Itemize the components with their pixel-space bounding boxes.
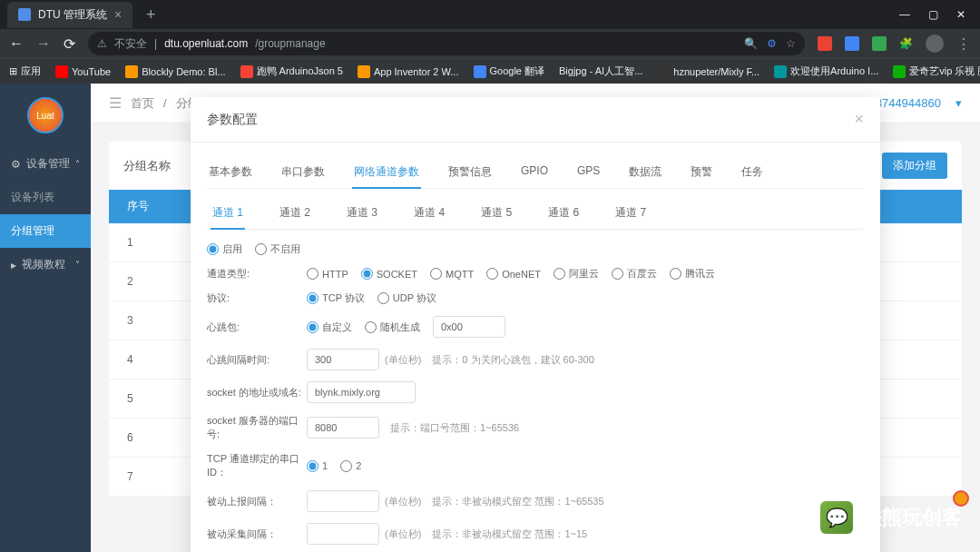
close-window-icon[interactable]: ✕ [956, 8, 965, 21]
bookmark-item[interactable]: Blockly Demo: Bl... [125, 65, 225, 78]
tab-warning[interactable]: 预警信息 [446, 157, 494, 188]
tab-gps[interactable]: GPS [575, 157, 602, 188]
passive-upload-input[interactable] [307, 490, 379, 512]
url-bar[interactable]: ⚠ 不安全 | dtu.openluat.com/groupmanage 🔍 ⚙… [88, 32, 805, 55]
modal-title: 参数配置 [207, 112, 258, 128]
radio-socket[interactable]: SOCKET [361, 268, 417, 280]
heartbeat-hint: 提示：0 为关闭心跳包，建议 60-300 [432, 353, 593, 367]
tab-basic[interactable]: 基本参数 [207, 157, 254, 188]
tab-task[interactable]: 任务 [740, 157, 765, 188]
unit-label: (单位秒) [385, 353, 421, 367]
bookmark-item[interactable]: 欢迎使用Arduino I... [774, 64, 878, 78]
tab-serial[interactable]: 串口参数 [279, 157, 327, 188]
tab-channel-4[interactable]: 通道 4 [412, 198, 446, 229]
heartbeat-label: 心跳包: [207, 320, 307, 334]
radio-custom[interactable]: 自定义 [307, 320, 352, 334]
bookmark-item[interactable]: Bigjpg - AI人工智... [559, 64, 642, 78]
profile-icon[interactable] [926, 34, 944, 53]
passive-collect-hint: 提示：非被动模式留空 范围：1~15 [432, 527, 587, 541]
star-icon[interactable]: ☆ [786, 37, 796, 50]
unit-label: (单位秒) [385, 495, 421, 508]
sidebar-item-device-mgmt[interactable]: ⚙ 设备管理 ˄ [0, 147, 91, 181]
tab-network[interactable]: 网络通道参数 [352, 157, 421, 189]
close-icon[interactable]: × [854, 110, 864, 129]
tab-channel-7[interactable]: 通道 7 [613, 198, 648, 229]
radio-http[interactable]: HTTP [307, 268, 348, 280]
sidebar-item-device-list[interactable]: 设备列表 [0, 181, 91, 214]
radio-tcp[interactable]: TCP 协议 [307, 291, 365, 305]
protocol-label: 协议: [207, 291, 307, 305]
watermark: 💬 铁熊玩创客 [820, 501, 962, 534]
tab-channel-5[interactable]: 通道 5 [479, 198, 514, 229]
logo[interactable]: Luat [27, 97, 64, 133]
bookmark-item[interactable]: 跑鸭 ArduinoJson 5 [240, 64, 343, 78]
config-modal: 参数配置 × 基本参数 串口参数 网络通道参数 预警信息 GPIO GPS 数据… [191, 97, 880, 552]
socket-port-label: socket 服务器的端口号: [207, 414, 307, 441]
browser-tab[interactable]: DTU 管理系统 × [7, 2, 132, 28]
radio-serial-2[interactable]: 2 [340, 460, 361, 472]
tab-title: DTU 管理系统 [38, 7, 107, 23]
extension-icon[interactable]: 🧩 [899, 37, 913, 50]
socket-port-hint: 提示：端口号范围：1~65536 [390, 421, 519, 435]
translate-icon[interactable]: ⚙ [767, 37, 777, 50]
radio-enable[interactable]: 启用 [207, 242, 242, 256]
sidebar-item-group-mgmt[interactable]: 分组管理 [0, 214, 91, 248]
radio-random[interactable]: 随机生成 [365, 320, 420, 334]
radio-tencent[interactable]: 腾讯云 [670, 267, 715, 281]
reload-button[interactable]: ⟳ [64, 35, 75, 53]
bookmark-item[interactable]: 爱奇艺vip 乐视 腾... [893, 64, 980, 78]
menu-icon[interactable]: ⋮ [956, 35, 971, 53]
url-path: /groupmanage [255, 37, 325, 50]
tab-channel-1[interactable]: 通道 1 [211, 198, 245, 230]
bookmarks-bar: ⊞ 应用 YouTube Blockly Demo: Bl... 跑鸭 Ardu… [0, 58, 980, 84]
minimize-icon[interactable]: — [899, 8, 910, 21]
apps-button[interactable]: ⊞ 应用 [9, 64, 41, 78]
tab-alert[interactable]: 预警 [689, 157, 714, 188]
radio-aliyun[interactable]: 阿里云 [554, 267, 599, 281]
radio-mqtt[interactable]: MQTT [430, 268, 474, 280]
extension-icon[interactable] [845, 36, 859, 51]
url-host: dtu.openluat.com [164, 37, 248, 50]
lock-warning-icon: ⚠ [97, 37, 107, 50]
unit-label: (单位秒) [385, 527, 421, 541]
new-tab-button[interactable]: + [140, 4, 162, 25]
video-icon: ▸ [11, 259, 16, 271]
gear-icon: ⚙ [11, 158, 21, 171]
extension-icon[interactable] [818, 36, 832, 51]
tcp-serial-label: TCP 通道绑定的串口 ID： [207, 452, 307, 479]
bookmark-item[interactable]: YouTube [55, 65, 111, 78]
heartbeat-interval-label: 心跳间隔时间: [207, 353, 307, 367]
forward-button[interactable]: → [36, 35, 51, 52]
tab-channel-2[interactable]: 通道 2 [278, 198, 312, 229]
close-icon[interactable]: × [114, 7, 122, 22]
bookmark-item[interactable]: App Inventor 2 W... [358, 65, 459, 78]
heartbeat-value-input[interactable] [433, 316, 505, 338]
heartbeat-interval-input[interactable] [307, 349, 379, 370]
favicon [18, 8, 31, 21]
tab-stream[interactable]: 数据流 [627, 157, 663, 188]
tab-channel-6[interactable]: 通道 6 [546, 198, 581, 229]
passive-upload-hint: 提示：非被动模式留空 范围：1~65535 [432, 495, 603, 508]
radio-udp[interactable]: UDP 协议 [377, 291, 436, 305]
socket-addr-input[interactable] [307, 381, 416, 403]
zoom-icon[interactable]: 🔍 [744, 37, 758, 50]
bookmark-item[interactable]: hznupeter/Mixly F... [657, 65, 760, 78]
url-warning: 不安全 [114, 36, 147, 52]
radio-baidu[interactable]: 百度云 [612, 267, 657, 281]
maximize-icon[interactable]: ▢ [928, 8, 938, 21]
sidebar-item-video[interactable]: ▸ 视频教程 ˅ [0, 248, 91, 281]
radio-serial-1[interactable]: 1 [307, 460, 328, 472]
passive-collect-input[interactable] [307, 523, 379, 545]
bookmark-item[interactable]: Google 翻译 [474, 64, 545, 78]
extension-icon[interactable] [872, 36, 887, 51]
radio-onenet[interactable]: OneNET [486, 268, 541, 280]
socket-port-input[interactable] [307, 417, 379, 439]
tabs-sub: 通道 1 通道 2 通道 3 通道 4 通道 5 通道 6 通道 7 [207, 198, 864, 230]
back-button[interactable]: ← [9, 35, 24, 52]
passive-collect-label: 被动采集间隔： [207, 527, 307, 541]
modal-overlay: 参数配置 × 基本参数 串口参数 网络通道参数 预警信息 GPIO GPS 数据… [91, 84, 980, 552]
radio-disable[interactable]: 不启用 [255, 242, 300, 256]
tab-channel-3[interactable]: 通道 3 [345, 198, 379, 229]
tab-gpio[interactable]: GPIO [519, 157, 550, 188]
chevron-down-icon: ˅ [75, 260, 80, 270]
